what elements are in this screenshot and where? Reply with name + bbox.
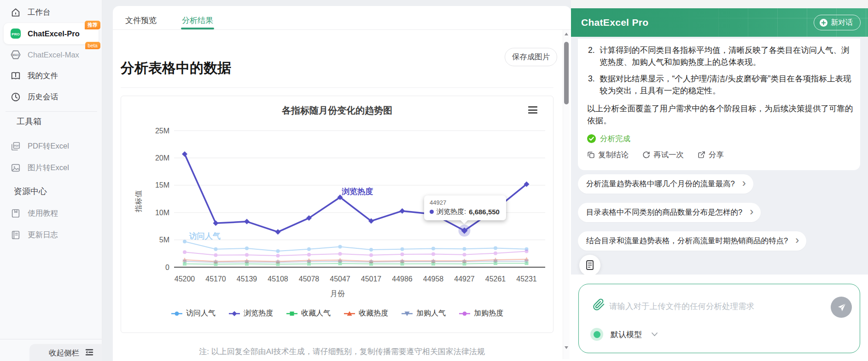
series-line (185, 252, 527, 256)
chevron-right-icon: › (742, 178, 746, 189)
share-button[interactable]: 分享 (698, 150, 724, 160)
series-marker (338, 252, 342, 256)
legend-marker (344, 310, 355, 317)
model-label: 默认模型 (611, 329, 642, 340)
sidebar-item-使用教程[interactable]: 使用教程 (4, 202, 99, 224)
resources-list: 使用教程更新日志 (4, 202, 99, 246)
suggestion-pill-2[interactable]: 目录表格中不同类别的商品数量分布是怎样的?› (578, 203, 761, 222)
tutorial-icon (10, 208, 21, 219)
x-tick-label: 45139 (237, 275, 257, 283)
series-marker (307, 253, 311, 257)
tab-file-preview[interactable]: 文件预览 (125, 13, 157, 29)
x-axis-title: 月份 (121, 289, 554, 299)
scrollbar-up-arrow[interactable] (565, 33, 568, 35)
suggestion-pill-1[interactable]: 分析流量趋势表格中哪几个月份的流量最高?› (578, 174, 753, 194)
series-marker (232, 311, 237, 316)
legend-item-加购热度[interactable]: 加购热度 (459, 309, 503, 318)
legend-item-加购人气[interactable]: 加购人气 (401, 309, 446, 318)
tab-analysis-result[interactable]: 分析结果 (182, 13, 213, 29)
sidebar-item-chatexcel-max[interactable]: MAXChatExcel-Maxbeta (4, 44, 99, 65)
x-tick-label: 44958 (423, 275, 444, 283)
sidebar-item-workbench[interactable]: 工作台 (4, 2, 99, 23)
analysis-list-item: 2.计算得到的不同类目各指标平均值，清晰反映了各类目在访问人气、浏览热度、加购人… (587, 44, 856, 69)
trend-chart-card: 各指标随月份变化的趋势图 05M10M15M20M25M452004517045… (121, 96, 553, 333)
send-button[interactable] (831, 297, 852, 318)
series-marker (338, 245, 342, 248)
uploaded-file-chip[interactable] (579, 255, 600, 276)
analysis-list-item: 3.数据对比结果显示，“个人护理/清洁/头皮磨砂膏”类目在各项指标上表现较为突出… (587, 73, 856, 97)
composer-input-box[interactable]: 请输入对于上传文件的任何分析处理需求 默认模型 (578, 284, 860, 353)
action-label: 复制结论 (598, 150, 629, 160)
series-marker (183, 240, 186, 243)
series-line (185, 241, 527, 251)
legend-marker (459, 310, 471, 317)
x-tick-label: 45170 (205, 275, 226, 283)
legend-item-收藏热度[interactable]: 收藏热度 (344, 309, 388, 318)
sidebar-item-label: 我的文件 (28, 71, 58, 81)
section-title-resources: 资源中心 (14, 186, 47, 197)
series-marker (175, 311, 179, 315)
series-访问人气 (183, 240, 529, 253)
collapse-sidebar-button[interactable]: 收起侧栏 (29, 344, 102, 361)
badge-beta: beta (85, 42, 100, 49)
series-marker (276, 254, 280, 258)
sidebar-item-label: 工作台 (28, 7, 51, 17)
sidebar-item-图片转Excel[interactable]: 图片转Excel (4, 157, 99, 178)
legend-label: 加购热度 (474, 309, 503, 318)
x-tick-label: 45261 (485, 275, 506, 283)
sidebar-item-my-files[interactable]: 我的文件 (4, 65, 99, 86)
chevron-right-icon: › (795, 235, 799, 246)
series-marker (290, 311, 294, 315)
retry-button[interactable]: 再试一次 (642, 150, 684, 160)
legend-label: 浏览热度 (244, 309, 273, 318)
sidebar-nav: 工作台PROChatExcel-Pro推荐MAXChatExcel-Maxbet… (4, 2, 99, 108)
sidebar-item-更新日志[interactable]: 更新日志 (4, 224, 99, 246)
sidebar-item-PDF转Excel[interactable]: PDFPDF转Excel (4, 135, 99, 157)
pdf-icon: PDF (10, 141, 21, 152)
x-tick-label: 45200 (175, 275, 195, 283)
sidebar-item-label: 历史会话 (28, 92, 58, 102)
sidebar-item-label: PDF转Excel (28, 141, 69, 151)
share-icon (698, 151, 705, 159)
paperclip-icon[interactable] (593, 298, 605, 313)
sidebar-item-history-sessions[interactable]: 历史会话 (4, 86, 99, 108)
copy-result-button[interactable]: 复制结论 (587, 150, 629, 160)
series-marker (525, 250, 529, 253)
sidebar-item-chatexcel-pro[interactable]: PROChatExcel-Pro推荐 (4, 23, 99, 44)
legend-item-浏览热度[interactable]: 浏览热度 (228, 309, 273, 318)
x-tick-label: 45047 (330, 275, 350, 283)
x-tick-label: 45017 (361, 275, 382, 283)
save-as-image-button[interactable]: 保存成图片 (505, 48, 557, 66)
chevron-down-icon (651, 332, 658, 337)
legend-label: 访问人气 (186, 309, 216, 318)
sidebar: 工作台PROChatExcel-Pro推荐MAXChatExcel-Maxbet… (0, 0, 102, 361)
main-panel: 文件预览 分析结果 分析表格中的数据 保存成图片 各指标随月份变化的趋势图 05… (113, 6, 571, 361)
max-icon: MAX (10, 49, 21, 60)
badge-recommended: 推荐 (85, 21, 100, 29)
model-selector[interactable]: 默认模型 (590, 328, 658, 341)
series-line (185, 263, 527, 264)
series-marker (214, 253, 218, 257)
series-marker (463, 311, 467, 315)
assistant-top-strip (571, 0, 868, 8)
legend-marker (286, 310, 298, 317)
series-marker (431, 247, 435, 251)
model-status-dot (594, 331, 600, 338)
sidebar-item-label: 图片转Excel (28, 163, 69, 173)
collapse-divider (0, 339, 102, 339)
series-marker (245, 253, 249, 257)
main-scrollbar[interactable] (563, 30, 570, 359)
sidebar-item-label: ChatExcel-Max (28, 51, 79, 59)
suggestion-pill-3[interactable]: 结合目录和流量趋势表格，分析高流量时期热销商品的特点?› (578, 231, 806, 251)
legend-item-收藏人气[interactable]: 收藏人气 (286, 309, 331, 318)
scrollbar-down-arrow[interactable] (565, 346, 568, 349)
model-status-ring (590, 328, 603, 341)
new-chat-button[interactable]: 新对话 (814, 15, 861, 30)
scrollbar-thumb[interactable] (564, 42, 569, 104)
series-marker (494, 252, 497, 255)
svg-text:PRO: PRO (12, 32, 19, 36)
legend-label: 收藏人气 (301, 309, 331, 318)
sidebar-divider (6, 111, 97, 112)
analysis-status: 分析完成 (587, 134, 856, 144)
legend-item-访问人气[interactable]: 访问人气 (171, 309, 216, 318)
